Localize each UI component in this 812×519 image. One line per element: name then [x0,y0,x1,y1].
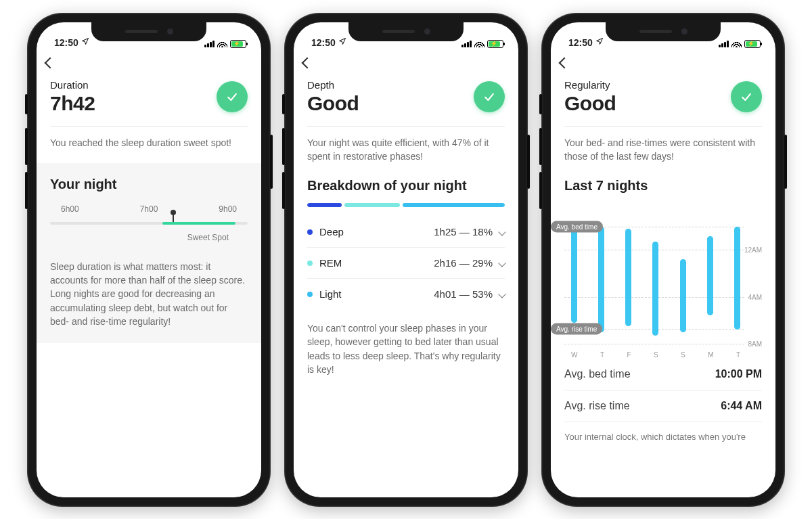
regularity-chart: 12AM4AM8AMAvg. bed timeAvg. rise timeWTF… [564,203,762,359]
battery-icon: ⚡ [230,40,246,48]
metric-value: 7h42 [50,92,95,115]
status-time: 12:50 [54,37,78,48]
phone-device-frame: 12:50 ⚡ Duration 7h42 [27,13,271,507]
avg-rise-value: 6:44 AM [721,400,762,412]
day-label: F [627,351,631,359]
day-label: S [681,351,685,359]
axis-label: 12AM [744,246,762,254]
section-title: Your night [50,177,248,192]
sweet-spot-label: Sweet Spot [50,233,248,242]
back-icon [559,57,570,68]
phase-value: 1h25 — 18% [434,226,493,238]
check-icon [482,90,496,104]
back-icon [45,57,56,68]
explain-cutoff: Your internal clock, which dictates when… [564,432,762,442]
phase-value: 4h01 — 53% [434,288,493,300]
status-badge [474,81,505,112]
night-bar [652,203,658,344]
tick-label: 6h00 [61,204,79,214]
day-label: T [600,351,604,359]
day-label: M [708,351,713,359]
sleep-bar [707,236,713,316]
signal-icon [204,41,215,47]
duration-ticks: 6h00 7h00 9h00 [50,204,248,218]
phase-dot-icon [307,292,313,297]
screen-regularity: 12:50 ⚡ Regularity Good [551,22,775,497]
battery-icon: ⚡ [487,40,503,48]
avg-bed-label: Avg. bed time [564,368,631,380]
nav-back[interactable] [37,49,261,76]
tick-label: 7h00 [140,204,158,214]
sweet-spot-range [162,222,235,225]
status-time: 12:50 [568,37,593,48]
sleep-bar [571,222,577,323]
axis-label: 8AM [748,340,762,348]
metric-eyebrow: Regularity [564,79,616,91]
phase-name: REM [319,257,342,269]
sleep-bar [625,229,631,326]
night-bar [707,203,713,344]
avg-bed-value: 10:00 PM [715,368,762,380]
summary-text: Your bed- and rise-times were consistent… [564,136,762,164]
phase-row[interactable]: REM2h16 — 29% [307,248,505,279]
status-badge [217,81,248,112]
explain-text: Sleep duration is what matters most: it … [50,260,248,328]
back-icon [302,57,313,68]
phase-dot-icon [307,229,313,235]
phase-row[interactable]: Deep1h25 — 18% [307,217,505,248]
check-icon [225,90,239,104]
notch [348,22,464,41]
wifi-icon [217,40,227,47]
avg-rise-pill: Avg. rise time [551,323,602,334]
explain-text: You can't control your sleep phases in y… [307,321,505,376]
phone-device-frame: 12:50 ⚡ Regularity Good [541,13,785,507]
avg-bed-pill: Avg. bed time [551,221,603,232]
chevron-down-icon [498,290,505,298]
location-icon [81,37,89,47]
day-label: T [736,351,740,359]
phase-row[interactable]: Light4h01 — 53% [307,279,505,309]
night-bar [625,203,631,344]
night-bar [734,203,740,344]
sleep-bar [652,242,658,336]
signal-icon [461,41,472,47]
check-icon [740,90,753,104]
metric-value: Good [564,92,616,115]
night-bar [680,203,686,344]
section-title: Last 7 nights [564,178,762,194]
notch [91,22,206,41]
phase-dot-icon [307,261,313,266]
sleep-bar [734,227,740,330]
chevron-down-icon [498,259,505,267]
screen-depth: 12:50 ⚡ Depth Good [294,22,518,497]
wifi-icon [731,40,742,47]
tick-label: 9h00 [219,204,237,214]
duration-track[interactable] [50,222,248,225]
nav-back[interactable] [294,49,518,76]
axis-label: 4AM [748,293,762,300]
day-label: S [654,351,658,359]
grid-line [564,344,744,344]
status-badge [731,81,762,112]
summary-text: Your night was quite efficient, with 47%… [307,136,505,164]
location-icon [595,37,604,47]
summary-text: You reached the sleep duration sweet spo… [50,136,248,150]
phone-device-frame: 12:50 ⚡ Depth Good [284,13,528,507]
day-labels: WTFSSMT [571,351,740,359]
wifi-icon [474,40,484,47]
nav-back[interactable] [551,49,775,76]
phase-list: Deep1h25 — 18%REM2h16 — 29%Light4h01 — 5… [307,217,505,309]
phase-name: Light [319,288,342,300]
day-label: W [571,351,577,359]
sleep-bar [680,259,686,332]
metric-eyebrow: Depth [307,79,359,91]
location-icon [338,37,346,47]
status-time: 12:50 [311,37,336,48]
phase-name: Deep [319,226,344,238]
avg-bed-row: Avg. bed time 10:00 PM [564,359,762,390]
screen-duration: 12:50 ⚡ Duration 7h42 [37,22,261,497]
sleep-bar [598,227,604,332]
phase-stacked-bar [307,203,505,207]
signal-icon [719,41,729,47]
current-value-handle [173,215,174,222]
